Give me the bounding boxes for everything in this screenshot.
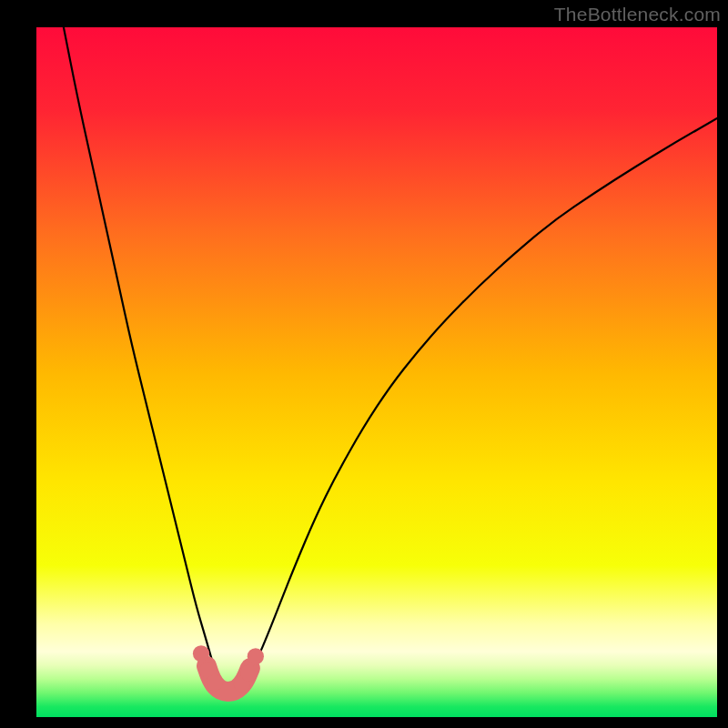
outer-frame: TheBottleneck.com <box>0 0 728 728</box>
valley-dot <box>193 645 209 662</box>
plot-area <box>36 27 717 717</box>
valley-dot <box>248 648 264 664</box>
watermark-text: TheBottleneck.com <box>554 4 721 25</box>
valley-dot <box>207 674 223 691</box>
valley-dot <box>240 664 257 681</box>
chart-svg <box>36 27 717 717</box>
